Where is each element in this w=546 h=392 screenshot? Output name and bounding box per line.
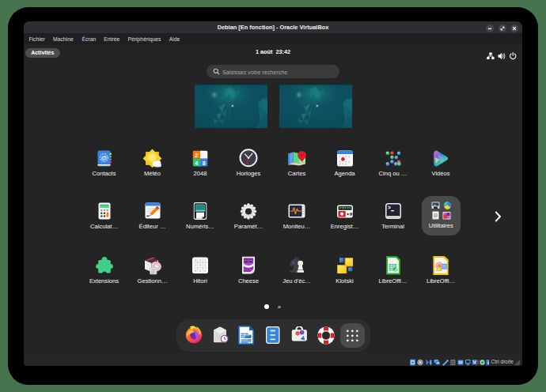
- svg-text:8: 8: [203, 160, 206, 165]
- svg-text:>: >: [388, 205, 391, 211]
- svg-text:2: 2: [195, 152, 198, 157]
- svg-text:4: 4: [195, 160, 198, 165]
- svg-text:@: @: [100, 154, 107, 161]
